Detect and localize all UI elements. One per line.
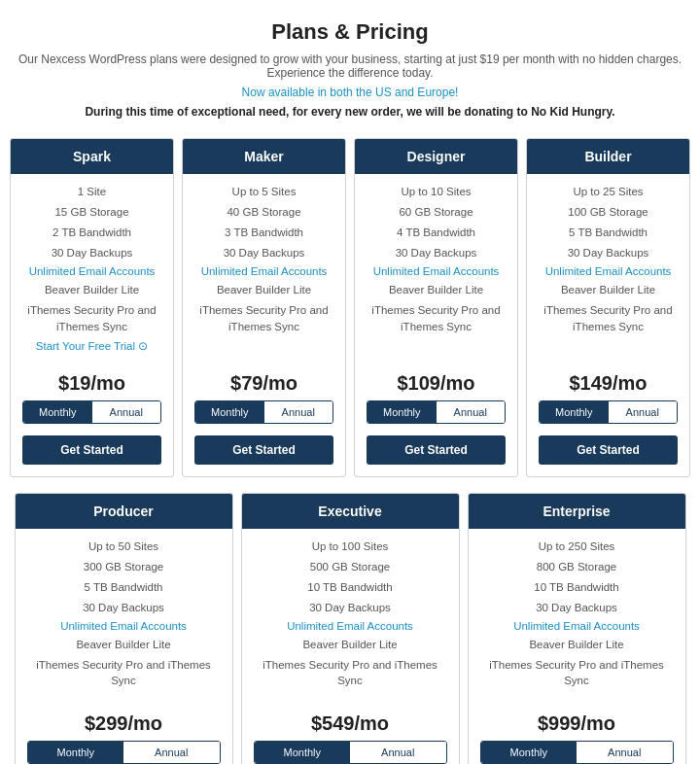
feature-storage: 800 GB Storage bbox=[476, 559, 678, 574]
billing-annual-maker[interactable]: Annual bbox=[264, 401, 333, 423]
billing-annual-spark[interactable]: Annual bbox=[92, 401, 161, 423]
feature-storage: 15 GB Storage bbox=[18, 204, 165, 220]
plan-card-spark: Spark 1 Site 15 GB Storage 2 TB Bandwidt… bbox=[10, 138, 174, 477]
plan-features-maker: Up to 5 Sites 40 GB Storage 3 TB Bandwid… bbox=[183, 174, 345, 363]
billing-annual-enterprise[interactable]: Annual bbox=[577, 742, 673, 763]
feature-ithemes: iThemes Security Pro and iThemes Sync bbox=[18, 302, 165, 333]
bottom-plans-row: Producer Up to 50 Sites 300 GB Storage 5… bbox=[10, 493, 690, 764]
feature-bandwidth: 10 TB Bandwidth bbox=[250, 579, 451, 595]
plan-features-executive: Up to 100 Sites 500 GB Storage 10 TB Ban… bbox=[242, 529, 459, 704]
plan-header-producer: Producer bbox=[16, 494, 232, 529]
page-wrapper: Plans & Pricing Our Nexcess WordPress pl… bbox=[0, 0, 700, 764]
feature-sites: Up to 25 Sites bbox=[535, 184, 682, 199]
get-started-designer[interactable]: Get Started bbox=[367, 435, 506, 465]
get-started-maker[interactable]: Get Started bbox=[194, 435, 333, 465]
feature-storage: 60 GB Storage bbox=[363, 204, 509, 220]
billing-annual-designer[interactable]: Annual bbox=[437, 401, 506, 423]
feature-bandwidth: 3 TB Bandwidth bbox=[191, 225, 337, 240]
plan-price-enterprise: $999/mo bbox=[469, 703, 685, 741]
plan-features-designer: Up to 10 Sites 60 GB Storage 4 TB Bandwi… bbox=[355, 174, 517, 363]
feature-ithemes: iThemes Security Pro and iThemes Sync bbox=[476, 657, 678, 688]
feature-beaver: Beaver Builder Lite bbox=[250, 637, 451, 652]
billing-monthly-designer[interactable]: Monthly bbox=[368, 401, 437, 423]
feature-ithemes: iThemes Security Pro and iThemes Sync bbox=[23, 657, 225, 688]
feature-bandwidth: 4 TB Bandwidth bbox=[363, 225, 509, 240]
feature-backups: 30 Day Backups bbox=[250, 600, 451, 615]
plan-header-executive: Executive bbox=[242, 494, 459, 529]
plan-header-spark: Spark bbox=[11, 139, 173, 174]
get-started-spark[interactable]: Get Started bbox=[22, 435, 161, 465]
billing-monthly-maker[interactable]: Monthly bbox=[195, 401, 264, 423]
feature-backups: 30 Day Backups bbox=[191, 245, 337, 260]
feature-sites: Up to 50 Sites bbox=[23, 538, 225, 554]
plan-price-designer: $109/mo bbox=[355, 363, 517, 400]
plan-price-maker: $79/mo bbox=[183, 363, 345, 400]
feature-email: Unlimited Email Accounts bbox=[18, 265, 165, 277]
plan-header-builder: Builder bbox=[527, 139, 689, 174]
feature-ithemes: iThemes Security Pro and iThemes Sync bbox=[250, 657, 451, 688]
get-started-builder[interactable]: Get Started bbox=[539, 435, 678, 465]
plan-header-enterprise: Enterprise bbox=[469, 494, 685, 529]
feature-ithemes: iThemes Security Pro and iThemes Sync bbox=[535, 302, 682, 333]
billing-toggle-designer: Monthly Annual bbox=[367, 400, 506, 424]
plan-price-producer: $299/mo bbox=[16, 703, 232, 741]
feature-storage: 300 GB Storage bbox=[23, 559, 225, 574]
subtitle: Our Nexcess WordPress plans were designe… bbox=[10, 52, 690, 80]
billing-toggle-spark: Monthly Annual bbox=[22, 400, 161, 424]
feature-ithemes: iThemes Security Pro and iThemes Sync bbox=[191, 302, 337, 333]
feature-beaver: Beaver Builder Lite bbox=[23, 637, 225, 652]
feature-ithemes: iThemes Security Pro and iThemes Sync bbox=[363, 302, 509, 333]
feature-backups: 30 Day Backups bbox=[23, 600, 225, 615]
billing-annual-executive[interactable]: Annual bbox=[350, 742, 446, 763]
donate-text: During this time of exceptional need, fo… bbox=[10, 105, 690, 119]
free-trial-link[interactable]: Start Your Free Trial ⊙ bbox=[18, 339, 165, 353]
plan-features-enterprise: Up to 250 Sites 800 GB Storage 10 TB Ban… bbox=[469, 529, 685, 704]
feature-backups: 30 Day Backups bbox=[363, 245, 509, 260]
billing-toggle-enterprise: Monthly Annual bbox=[480, 741, 674, 764]
billing-monthly-spark[interactable]: Monthly bbox=[23, 401, 92, 423]
billing-toggle-producer: Monthly Annual bbox=[27, 741, 221, 764]
top-plans-row: Spark 1 Site 15 GB Storage 2 TB Bandwidt… bbox=[10, 138, 690, 477]
plan-card-producer: Producer Up to 50 Sites 300 GB Storage 5… bbox=[15, 493, 233, 764]
feature-email: Unlimited Email Accounts bbox=[23, 620, 225, 632]
feature-beaver: Beaver Builder Lite bbox=[18, 282, 165, 297]
billing-monthly-producer[interactable]: Monthly bbox=[28, 742, 124, 763]
billing-monthly-builder[interactable]: Monthly bbox=[540, 401, 609, 423]
feature-backups: 30 Day Backups bbox=[476, 600, 678, 615]
plan-card-designer: Designer Up to 10 Sites 60 GB Storage 4 … bbox=[354, 138, 518, 477]
feature-backups: 30 Day Backups bbox=[18, 245, 165, 260]
plan-card-maker: Maker Up to 5 Sites 40 GB Storage 3 TB B… bbox=[182, 138, 346, 477]
plan-features-builder: Up to 25 Sites 100 GB Storage 5 TB Bandw… bbox=[527, 174, 689, 363]
billing-monthly-executive[interactable]: Monthly bbox=[255, 742, 351, 763]
feature-bandwidth: 2 TB Bandwidth bbox=[18, 225, 165, 240]
billing-toggle-executive: Monthly Annual bbox=[254, 741, 447, 764]
billing-toggle-maker: Monthly Annual bbox=[194, 400, 333, 424]
feature-beaver: Beaver Builder Lite bbox=[363, 282, 509, 297]
feature-sites: Up to 5 Sites bbox=[191, 184, 337, 199]
feature-email: Unlimited Email Accounts bbox=[191, 265, 337, 277]
plan-card-enterprise: Enterprise Up to 250 Sites 800 GB Storag… bbox=[468, 493, 686, 764]
feature-bandwidth: 5 TB Bandwidth bbox=[535, 225, 682, 240]
billing-monthly-enterprise[interactable]: Monthly bbox=[481, 742, 578, 763]
page-header: Plans & Pricing Our Nexcess WordPress pl… bbox=[10, 19, 690, 119]
billing-toggle-builder: Monthly Annual bbox=[539, 400, 678, 424]
plan-features-producer: Up to 50 Sites 300 GB Storage 5 TB Bandw… bbox=[16, 529, 232, 704]
plan-features-spark: 1 Site 15 GB Storage 2 TB Bandwidth 30 D… bbox=[11, 174, 173, 363]
feature-sites: 1 Site bbox=[18, 184, 165, 199]
feature-email: Unlimited Email Accounts bbox=[476, 620, 678, 632]
feature-sites: Up to 10 Sites bbox=[363, 184, 509, 199]
feature-email: Unlimited Email Accounts bbox=[250, 620, 451, 632]
feature-bandwidth: 10 TB Bandwidth bbox=[476, 579, 678, 595]
feature-beaver: Beaver Builder Lite bbox=[191, 282, 337, 297]
plan-header-designer: Designer bbox=[355, 139, 517, 174]
feature-bandwidth: 5 TB Bandwidth bbox=[23, 579, 225, 595]
plan-header-maker: Maker bbox=[183, 139, 345, 174]
billing-annual-builder[interactable]: Annual bbox=[609, 401, 678, 423]
feature-sites: Up to 100 Sites bbox=[250, 538, 451, 554]
feature-storage: 40 GB Storage bbox=[191, 204, 337, 220]
billing-annual-producer[interactable]: Annual bbox=[123, 742, 220, 763]
plan-price-builder: $149/mo bbox=[527, 363, 689, 400]
feature-email: Unlimited Email Accounts bbox=[363, 265, 509, 277]
available-text: Now available in both the US and Europe! bbox=[10, 86, 690, 99]
feature-email: Unlimited Email Accounts bbox=[535, 265, 682, 277]
